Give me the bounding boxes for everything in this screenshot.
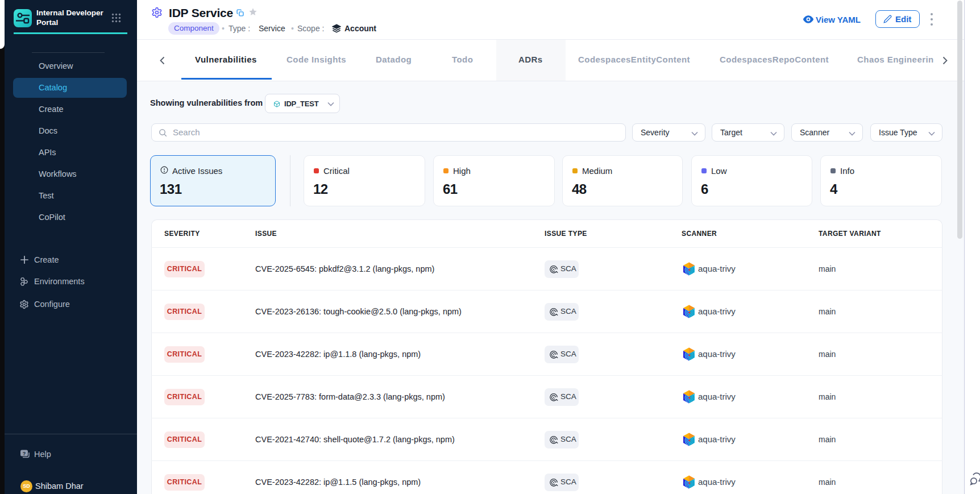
svg-text:?: ?	[23, 451, 26, 456]
